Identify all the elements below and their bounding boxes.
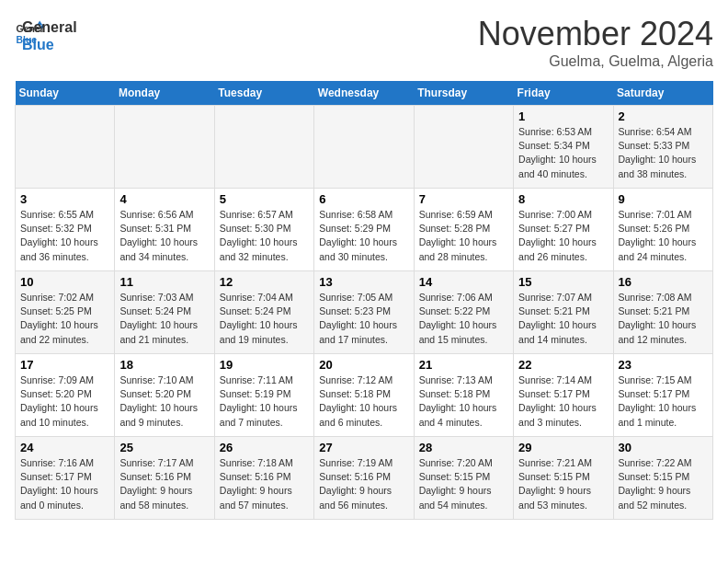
- day-info: Sunrise: 6:55 AM Sunset: 5:32 PM Dayligh…: [20, 208, 109, 264]
- calendar-day-cell: 29Sunrise: 7:21 AM Sunset: 5:15 PM Dayli…: [514, 437, 613, 520]
- calendar-week-row: 10Sunrise: 7:02 AM Sunset: 5:25 PM Dayli…: [16, 271, 713, 354]
- calendar-day-cell: [314, 106, 414, 189]
- day-number: 15: [518, 275, 608, 289]
- day-number: 26: [220, 441, 309, 454]
- header-row: SundayMondayTuesdayWednesdayThursdayFrid…: [16, 81, 713, 106]
- page-header: General Blue General Blue November 2024 …: [15, 15, 713, 70]
- calendar-day-cell: 3Sunrise: 6:55 AM Sunset: 5:32 PM Daylig…: [16, 189, 115, 271]
- day-number: 7: [419, 192, 508, 206]
- day-info: Sunrise: 6:59 AM Sunset: 5:28 PM Dayligh…: [419, 208, 508, 264]
- calendar-day-cell: 7Sunrise: 6:59 AM Sunset: 5:28 PM Daylig…: [414, 189, 513, 271]
- day-info: Sunrise: 7:06 AM Sunset: 5:22 PM Dayligh…: [419, 291, 508, 347]
- calendar-day-cell: 14Sunrise: 7:06 AM Sunset: 5:22 PM Dayli…: [414, 271, 513, 354]
- day-info: Sunrise: 7:05 AM Sunset: 5:23 PM Dayligh…: [319, 291, 408, 347]
- day-info: Sunrise: 7:04 AM Sunset: 5:24 PM Dayligh…: [220, 291, 309, 347]
- day-number: 16: [619, 275, 708, 289]
- day-number: 29: [518, 441, 608, 454]
- day-number: 17: [20, 358, 109, 372]
- calendar-day-cell: 10Sunrise: 7:02 AM Sunset: 5:25 PM Dayli…: [16, 271, 115, 354]
- day-number: 27: [319, 441, 408, 454]
- calendar-table: SundayMondayTuesdayWednesdayThursdayFrid…: [15, 81, 713, 520]
- calendar-day-cell: 20Sunrise: 7:12 AM Sunset: 5:18 PM Dayli…: [314, 354, 414, 437]
- logo-blue: Blue: [22, 36, 77, 53]
- day-number: 12: [220, 275, 309, 289]
- day-number: 4: [119, 192, 209, 206]
- calendar-day-cell: 26Sunrise: 7:18 AM Sunset: 5:16 PM Dayli…: [214, 437, 313, 520]
- day-number: 6: [319, 192, 408, 206]
- calendar-day-cell: 24Sunrise: 7:16 AM Sunset: 5:17 PM Dayli…: [16, 437, 115, 520]
- calendar-day-cell: 23Sunrise: 7:15 AM Sunset: 5:17 PM Dayli…: [613, 354, 712, 437]
- day-info: Sunrise: 7:07 AM Sunset: 5:21 PM Dayligh…: [518, 291, 608, 347]
- day-of-week-header: Thursday: [414, 81, 513, 106]
- calendar-day-cell: [214, 106, 313, 189]
- calendar-week-row: 24Sunrise: 7:16 AM Sunset: 5:17 PM Dayli…: [16, 437, 713, 520]
- calendar-day-cell: 15Sunrise: 7:07 AM Sunset: 5:21 PM Dayli…: [514, 271, 613, 354]
- day-number: 13: [319, 275, 408, 289]
- day-info: Sunrise: 6:54 AM Sunset: 5:33 PM Dayligh…: [619, 125, 708, 181]
- day-number: 9: [619, 192, 708, 206]
- day-of-week-header: Friday: [514, 81, 613, 106]
- month-title: November 2024: [478, 15, 713, 53]
- day-number: 2: [619, 109, 708, 123]
- day-number: 19: [220, 358, 309, 372]
- day-info: Sunrise: 6:53 AM Sunset: 5:34 PM Dayligh…: [518, 125, 608, 181]
- calendar-day-cell: 27Sunrise: 7:19 AM Sunset: 5:16 PM Dayli…: [314, 437, 414, 520]
- day-number: 11: [119, 275, 209, 289]
- day-number: 22: [518, 358, 608, 372]
- day-number: 14: [419, 275, 508, 289]
- calendar-week-row: 1Sunrise: 6:53 AM Sunset: 5:34 PM Daylig…: [16, 106, 713, 189]
- day-info: Sunrise: 7:03 AM Sunset: 5:24 PM Dayligh…: [119, 291, 209, 347]
- day-number: 24: [20, 441, 109, 454]
- day-info: Sunrise: 7:18 AM Sunset: 5:16 PM Dayligh…: [220, 456, 309, 512]
- day-of-week-header: Wednesday: [314, 81, 414, 106]
- day-number: 23: [619, 358, 708, 372]
- day-number: 25: [119, 441, 209, 454]
- day-number: 3: [20, 192, 109, 206]
- day-number: 30: [619, 441, 708, 454]
- calendar-day-cell: 4Sunrise: 6:56 AM Sunset: 5:31 PM Daylig…: [115, 189, 214, 271]
- logo-general: General: [22, 18, 77, 36]
- day-info: Sunrise: 7:17 AM Sunset: 5:16 PM Dayligh…: [119, 456, 209, 512]
- day-info: Sunrise: 7:12 AM Sunset: 5:18 PM Dayligh…: [319, 373, 408, 430]
- calendar-day-cell: 8Sunrise: 7:00 AM Sunset: 5:27 PM Daylig…: [514, 189, 613, 271]
- day-info: Sunrise: 7:22 AM Sunset: 5:15 PM Dayligh…: [619, 456, 708, 512]
- calendar-day-cell: 16Sunrise: 7:08 AM Sunset: 5:21 PM Dayli…: [613, 271, 712, 354]
- day-number: 28: [419, 441, 508, 454]
- day-info: Sunrise: 7:00 AM Sunset: 5:27 PM Dayligh…: [518, 208, 608, 264]
- day-number: 18: [119, 358, 209, 372]
- calendar-day-cell: 2Sunrise: 6:54 AM Sunset: 5:33 PM Daylig…: [613, 106, 712, 189]
- calendar-day-cell: 19Sunrise: 7:11 AM Sunset: 5:19 PM Dayli…: [214, 354, 313, 437]
- day-info: Sunrise: 7:10 AM Sunset: 5:20 PM Dayligh…: [119, 373, 209, 430]
- day-info: Sunrise: 7:11 AM Sunset: 5:19 PM Dayligh…: [220, 373, 309, 430]
- day-of-week-header: Saturday: [613, 81, 712, 106]
- calendar-week-row: 3Sunrise: 6:55 AM Sunset: 5:32 PM Daylig…: [16, 189, 713, 271]
- day-info: Sunrise: 7:02 AM Sunset: 5:25 PM Dayligh…: [20, 291, 109, 347]
- calendar-day-cell: 1Sunrise: 6:53 AM Sunset: 5:34 PM Daylig…: [514, 106, 613, 189]
- day-info: Sunrise: 7:08 AM Sunset: 5:21 PM Dayligh…: [619, 291, 708, 347]
- calendar-day-cell: 13Sunrise: 7:05 AM Sunset: 5:23 PM Dayli…: [314, 271, 414, 354]
- day-info: Sunrise: 7:21 AM Sunset: 5:15 PM Dayligh…: [518, 456, 608, 512]
- day-info: Sunrise: 7:09 AM Sunset: 5:20 PM Dayligh…: [20, 373, 109, 430]
- day-number: 10: [20, 275, 109, 289]
- day-of-week-header: Monday: [115, 81, 214, 106]
- calendar-day-cell: 22Sunrise: 7:14 AM Sunset: 5:17 PM Dayli…: [514, 354, 613, 437]
- day-of-week-header: Tuesday: [214, 81, 313, 106]
- day-info: Sunrise: 7:19 AM Sunset: 5:16 PM Dayligh…: [319, 456, 408, 512]
- day-number: 21: [419, 358, 508, 372]
- day-info: Sunrise: 6:56 AM Sunset: 5:31 PM Dayligh…: [119, 208, 209, 264]
- day-number: 8: [518, 192, 608, 206]
- title-block: November 2024 Guelma, Guelma, Algeria: [478, 15, 713, 70]
- calendar-day-cell: 17Sunrise: 7:09 AM Sunset: 5:20 PM Dayli…: [16, 354, 115, 437]
- calendar-day-cell: 21Sunrise: 7:13 AM Sunset: 5:18 PM Dayli…: [414, 354, 513, 437]
- day-info: Sunrise: 7:14 AM Sunset: 5:17 PM Dayligh…: [518, 373, 608, 430]
- calendar-day-cell: [16, 106, 115, 189]
- day-of-week-header: Sunday: [16, 81, 115, 106]
- day-info: Sunrise: 7:01 AM Sunset: 5:26 PM Dayligh…: [619, 208, 708, 264]
- calendar-day-cell: 28Sunrise: 7:20 AM Sunset: 5:15 PM Dayli…: [414, 437, 513, 520]
- calendar-header: SundayMondayTuesdayWednesdayThursdayFrid…: [16, 81, 713, 106]
- calendar-week-row: 17Sunrise: 7:09 AM Sunset: 5:20 PM Dayli…: [16, 354, 713, 437]
- calendar-day-cell: 12Sunrise: 7:04 AM Sunset: 5:24 PM Dayli…: [214, 271, 313, 354]
- day-info: Sunrise: 7:16 AM Sunset: 5:17 PM Dayligh…: [20, 456, 109, 512]
- day-info: Sunrise: 7:13 AM Sunset: 5:18 PM Dayligh…: [419, 373, 508, 430]
- day-info: Sunrise: 7:20 AM Sunset: 5:15 PM Dayligh…: [419, 456, 508, 512]
